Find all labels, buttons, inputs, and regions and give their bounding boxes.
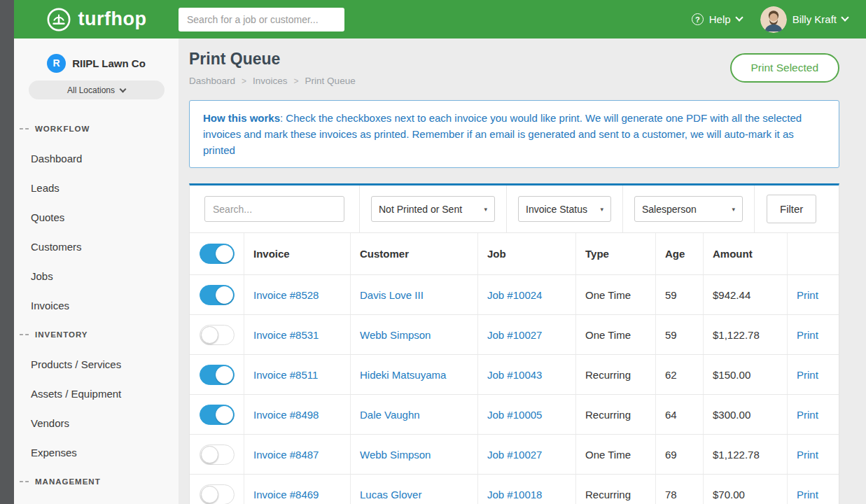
breadcrumb-dashboard[interactable]: Dashboard [189,76,235,86]
section-label: WORKFLOW [35,125,90,133]
help-menu[interactable]: ? Help [692,13,742,25]
how-this-works-info: How this works: Check the checkboxes nex… [189,100,839,168]
print-link[interactable]: Print [797,329,818,341]
printed-status-select[interactable]: Not Printed or Sent ▾ [371,196,495,222]
invoice-table: Invoice Customer Job Type Age Amount Inv… [190,232,839,504]
customer-link[interactable]: Hideki Matsuyama [360,369,446,381]
company-switcher[interactable]: R RIIPL Lawn Co [14,38,179,75]
chevron-down-icon [735,13,743,21]
table-row: Invoice #8487 Webb Simpson Job #10027 On… [190,434,839,474]
filter-button[interactable]: Filter [767,195,816,223]
sidebar-item-assets-equipment[interactable]: Assets / Equipment [14,388,121,400]
sidebar-item-expenses[interactable]: Expenses [14,447,77,458]
sidebar-item-quotes[interactable]: Quotes [14,211,64,223]
customer-link[interactable]: Webb Simpson [360,329,431,341]
company-name: RIIPL Lawn Co [72,57,146,69]
customer-link[interactable]: Webb Simpson [360,449,431,461]
global-search-input[interactable] [179,8,344,31]
user-name: Billy Kraft [792,13,837,25]
table-header-row: Invoice Customer Job Type Age Amount [190,232,839,274]
sidebar-item-products-services[interactable]: Products / Services [14,358,121,370]
breadcrumb-invoices[interactable]: Invoices [253,76,288,86]
breadcrumb: Dashboard > Invoices > Print Queue [189,76,356,86]
job-link[interactable]: Job #10027 [487,329,542,341]
page-title: Print Queue [189,50,356,69]
job-link[interactable]: Job #10024 [487,289,542,301]
info-text: : Check the checkboxes next to each invo… [203,112,802,156]
breadcrumb-separator-icon: > [294,76,299,86]
job-link[interactable]: Job #10027 [487,449,542,461]
row-select-toggle[interactable] [200,285,235,305]
help-icon: ? [692,13,704,25]
invoice-link[interactable]: Invoice #8528 [253,289,319,301]
invoice-link[interactable]: Invoice #8498 [253,409,319,421]
caret-down-icon: ▾ [484,206,487,213]
chevron-down-icon [120,85,127,92]
section-reports: REPORTS [14,496,179,504]
salesperson-select[interactable]: Salesperson ▾ [634,196,743,222]
caret-down-icon: ▾ [732,206,735,213]
row-select-toggle[interactable] [200,405,235,425]
caret-down-icon: ▾ [600,206,603,213]
sidebar-item-invoices[interactable]: Invoices [14,300,69,312]
print-link[interactable]: Print [797,369,818,381]
print-selected-button[interactable]: Print Selected [730,53,840,83]
sidebar-item-leads[interactable]: Leads [14,182,60,194]
brand[interactable]: turfhop [14,7,179,32]
table-row: Invoice #8469 Lucas Glover Job #10018 Re… [190,474,839,504]
table-row: Invoice #8498 Dale Vaughn Job #10005 Rec… [190,394,839,434]
print-queue-card: Not Printed or Sent ▾ Invoice Status ▾ S… [189,183,839,504]
invoice-type: Recurring [576,475,656,504]
section-dash-icon [20,481,29,482]
customer-link[interactable]: Lucas Glover [360,489,421,500]
print-link[interactable]: Print [797,409,818,421]
invoice-link[interactable]: Invoice #8469 [253,489,319,500]
invoice-type: One Time [576,315,656,354]
user-menu[interactable]: Billy Kraft [760,6,848,33]
sidebar-item-jobs[interactable]: Jobs [14,270,53,282]
invoice-status-select[interactable]: Invoice Status ▾ [518,196,611,222]
section-dash-icon [20,128,29,130]
job-link[interactable]: Job #10005 [487,409,542,421]
sidebar-nav: WORKFLOW Dashboard Leads Quotes Customer… [14,114,179,504]
table-search-input[interactable] [204,196,344,222]
avatar [760,6,787,33]
sidebar-item-vendors[interactable]: Vendors [14,417,69,429]
section-inventory: INVENTORY [14,320,179,349]
topbar-right: ? Help Billy Kraft [692,6,866,33]
page-head: Print Queue Dashboard > Invoices > Print… [189,50,839,86]
invoice-type: One Time [576,435,656,474]
breadcrumb-separator-icon: > [242,76,246,86]
select-all-toggle[interactable] [200,244,235,264]
row-select-toggle[interactable] [200,365,235,385]
customer-link[interactable]: Davis Love III [360,289,424,301]
invoice-age: 78 [656,475,704,504]
locations-dropdown[interactable]: All Locations [29,80,165,99]
table-row: Invoice #8531 Webb Simpson Job #10027 On… [190,314,839,354]
locations-label: All Locations [67,85,115,95]
table-row: Invoice #8528 Davis Love III Job #10024 … [190,274,839,314]
print-link[interactable]: Print [797,489,818,500]
job-link[interactable]: Job #10043 [487,369,542,381]
row-select-toggle[interactable] [200,444,235,465]
job-link[interactable]: Job #10018 [487,489,542,500]
filter-bar: Not Printed or Sent ▾ Invoice Status ▾ S… [190,186,839,232]
row-select-toggle[interactable] [200,484,235,504]
invoice-amount: $70.00 [704,475,788,504]
sidebar-item-customers[interactable]: Customers [14,241,82,253]
table-row: Invoice #8511 Hideki Matsuyama Job #1004… [190,354,839,394]
col-header-type: Type [576,233,656,274]
invoice-link[interactable]: Invoice #8487 [253,449,319,461]
invoice-age: 59 [656,315,704,354]
customer-link[interactable]: Dale Vaughn [360,409,420,421]
invoice-type: Recurring [576,355,656,394]
info-lead: How this works [203,112,280,124]
invoice-link[interactable]: Invoice #8511 [253,369,318,381]
col-header-amount: Amount [704,233,788,274]
sidebar-item-dashboard[interactable]: Dashboard [14,153,82,164]
invoice-link[interactable]: Invoice #8531 [253,329,319,341]
section-dash-icon [20,334,29,335]
row-select-toggle[interactable] [200,325,235,345]
print-link[interactable]: Print [797,289,818,301]
print-link[interactable]: Print [797,449,818,461]
